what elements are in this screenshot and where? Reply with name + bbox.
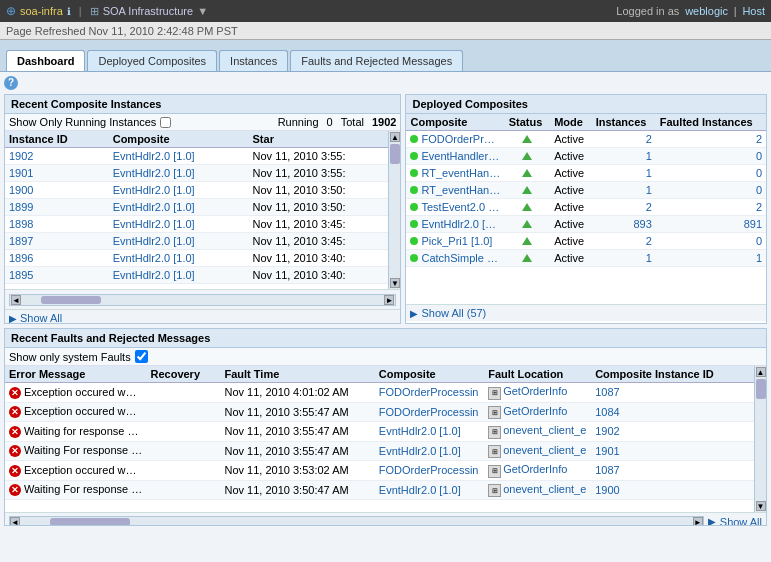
fault-composite-cell[interactable]: EvntHdlr2.0 [1.0] — [375, 422, 484, 442]
faults-scrollbar-v[interactable]: ▲ ▼ — [754, 366, 766, 512]
deployed-faulted-cell[interactable]: 891 — [656, 216, 766, 233]
faults-scroll-left[interactable]: ◄ — [10, 517, 20, 527]
faults-show-all-link[interactable]: Show All — [720, 516, 762, 527]
login-host[interactable]: Host — [742, 5, 765, 17]
deployed-name-cell[interactable]: TestEvent2.0 [1.0] — [406, 199, 504, 216]
fault-loc-cell[interactable]: ⊞onevent_client_e — [484, 422, 591, 442]
fault-row: ✕Exception occured when bi Nov 11, 2010 … — [5, 402, 754, 422]
deployed-name-cell[interactable]: FODOrderProcessi — [406, 131, 504, 148]
faults-scroll-thumb[interactable] — [756, 379, 766, 399]
top-section: Recent Composite Instances Show Only Run… — [4, 94, 767, 324]
nav-arrow[interactable]: ▼ — [197, 5, 208, 17]
instance-id-cell[interactable]: 1898 — [5, 216, 109, 233]
login-user[interactable]: weblogic — [685, 5, 728, 17]
running-label: Running — [278, 116, 319, 128]
faults-scroll-right[interactable]: ► — [693, 517, 703, 527]
composite-cell[interactable]: EvntHdlr2.0 [1.0] — [109, 199, 249, 216]
deployed-name-cell[interactable]: EvntHdlr2.0 [1.0] — [406, 216, 504, 233]
fault-instance-id-cell[interactable]: 1087 — [591, 461, 754, 481]
tab-faults-rejected[interactable]: Faults and Rejected Messages — [290, 50, 463, 71]
fault-instance-id-cell[interactable]: 1087 — [591, 383, 754, 403]
fault-composite-cell[interactable]: EvntHdlr2.0 [1.0] — [375, 480, 484, 500]
app-icon: ⊕ — [6, 4, 16, 18]
composite-cell[interactable]: EvntHdlr2.0 [1.0] — [109, 267, 249, 284]
instance-id-cell[interactable]: 1897 — [5, 233, 109, 250]
scroll-right-btn[interactable]: ► — [384, 295, 394, 305]
instance-id-cell[interactable]: 1899 — [5, 199, 109, 216]
instance-id-cell[interactable]: 1900 — [5, 182, 109, 199]
deployed-name-cell[interactable]: Pick_Pri1 [1.0] — [406, 233, 504, 250]
fault-recovery-cell — [146, 441, 220, 461]
deployed-faulted-cell[interactable]: 0 — [656, 182, 766, 199]
composite-cell[interactable]: EvntHdlr2.0 [1.0] — [109, 148, 249, 165]
deployed-faulted-cell[interactable]: 1 — [656, 250, 766, 267]
deployed-faulted-cell[interactable]: 0 — [656, 165, 766, 182]
deployed-instances-cell[interactable]: 2 — [592, 199, 656, 216]
info-icon[interactable]: ℹ — [67, 6, 71, 17]
start-cell: Nov 11, 2010 3:45: — [249, 233, 389, 250]
composite-cell[interactable]: EvntHdlr2.0 [1.0] — [109, 165, 249, 182]
total-value: 1902 — [372, 116, 396, 128]
tab-instances[interactable]: Instances — [219, 50, 288, 71]
tab-dashboard[interactable]: Dashboard — [6, 50, 85, 71]
faults-scroll-down[interactable]: ▼ — [756, 501, 766, 511]
fault-composite-cell[interactable]: FODOrderProcessin — [375, 402, 484, 422]
scroll-down-btn[interactable]: ▼ — [390, 278, 400, 288]
deployed-instances-cell[interactable]: 1 — [592, 250, 656, 267]
deployed-faulted-cell[interactable]: 0 — [656, 233, 766, 250]
show-only-system-faults-checkbox[interactable] — [135, 350, 148, 363]
faults-header: Recent Faults and Rejected Messages — [5, 329, 766, 348]
deployed-name-cell[interactable]: RT_eventHandlers — [406, 182, 504, 199]
fault-loc-cell[interactable]: ⊞onevent_client_e — [484, 480, 591, 500]
deployed-instances-cell[interactable]: 1 — [592, 165, 656, 182]
deployed-faulted-cell[interactable]: 2 — [656, 199, 766, 216]
deployed-instances-cell[interactable]: 1 — [592, 182, 656, 199]
fault-composite-cell[interactable]: FODOrderProcessin — [375, 383, 484, 403]
deployed-instances-cell[interactable]: 893 — [592, 216, 656, 233]
fault-loc-cell[interactable]: ⊞GetOrderInfo — [484, 383, 591, 403]
deployed-instances-cell[interactable]: 1 — [592, 148, 656, 165]
composite-cell[interactable]: EvntHdlr2.0 [1.0] — [109, 216, 249, 233]
fault-instance-id-cell[interactable]: 1902 — [591, 422, 754, 442]
deployed-status-cell — [505, 199, 550, 216]
faults-scroll-up[interactable]: ▲ — [756, 367, 766, 377]
fault-instance-id-cell[interactable]: 1084 — [591, 402, 754, 422]
deployed-show-all-link[interactable]: Show All (57) — [421, 307, 486, 319]
scroll-left-btn[interactable]: ◄ — [11, 295, 21, 305]
deployed-name-cell[interactable]: RT_eventHandlers — [406, 165, 504, 182]
deployed-faulted-cell[interactable]: 0 — [656, 148, 766, 165]
instance-id-cell[interactable]: 1901 — [5, 165, 109, 182]
scroll-up-btn[interactable]: ▲ — [390, 132, 400, 142]
fault-composite-cell[interactable]: FODOrderProcessin — [375, 461, 484, 481]
fault-composite-cell[interactable]: EvntHdlr2.0 [1.0] — [375, 441, 484, 461]
fault-loc-cell[interactable]: ⊞onevent_client_e — [484, 441, 591, 461]
composite-cell[interactable]: EvntHdlr2.0 [1.0] — [109, 182, 249, 199]
show-only-running-checkbox[interactable] — [160, 117, 171, 128]
deployed-mode-cell: Active — [550, 131, 591, 148]
deployed-instances-cell[interactable]: 2 — [592, 233, 656, 250]
tab-deployed-composites[interactable]: Deployed Composites — [87, 50, 217, 71]
instances-show-all-link[interactable]: Show All — [20, 312, 62, 324]
fault-loc-cell[interactable]: ⊞GetOrderInfo — [484, 402, 591, 422]
instances-scrollbar-v[interactable]: ▲ ▼ — [388, 131, 400, 289]
scroll-thumb[interactable] — [390, 144, 400, 164]
deployed-faulted-cell[interactable]: 2 — [656, 131, 766, 148]
nav-title[interactable]: SOA Infrastructure — [103, 5, 193, 17]
composite-cell[interactable]: EvntHdlr2.0 [1.0] — [109, 250, 249, 267]
faults-panel: Recent Faults and Rejected Messages Show… — [4, 328, 767, 526]
instance-id-cell[interactable]: 1895 — [5, 267, 109, 284]
h-scroll-thumb[interactable] — [41, 296, 101, 304]
fault-instance-id-cell[interactable]: 1901 — [591, 441, 754, 461]
deployed-instances-cell[interactable]: 2 — [592, 131, 656, 148]
faults-h-thumb[interactable] — [50, 518, 130, 526]
instance-id-cell[interactable]: 1902 — [5, 148, 109, 165]
deployed-name-cell[interactable]: EventHandlerTest — [406, 148, 504, 165]
instance-id-cell[interactable]: 1896 — [5, 250, 109, 267]
help-icon[interactable]: ? — [4, 76, 18, 90]
deployed-name-cell[interactable]: CatchSimple [1.0] — [406, 250, 504, 267]
start-cell: Nov 11, 2010 3:40: — [249, 250, 389, 267]
deployed-mode-cell: Active — [550, 216, 591, 233]
fault-instance-id-cell[interactable]: 1900 — [591, 480, 754, 500]
composite-cell[interactable]: EvntHdlr2.0 [1.0] — [109, 233, 249, 250]
fault-loc-cell[interactable]: ⊞GetOrderInfo — [484, 461, 591, 481]
